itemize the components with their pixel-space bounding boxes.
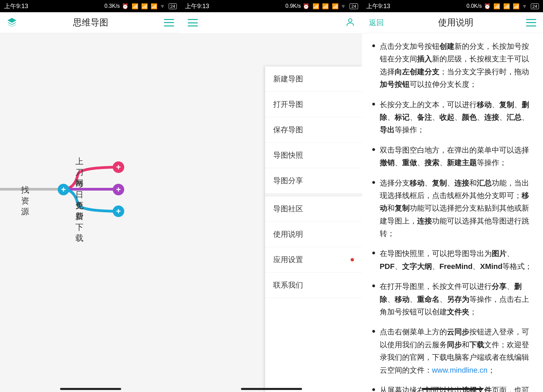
help-content[interactable]: 点击分支加号按钮创建新的分支，长按加号按钮在分支间插入新的层级，长按根支主干可以… bbox=[362, 33, 543, 392]
user-sync-icon[interactable] bbox=[345, 17, 355, 28]
menu-item-new[interactable]: 新建导图 bbox=[265, 66, 362, 92]
status-time: 上午9:13 bbox=[185, 2, 209, 10]
app-header: 思维导图 bbox=[0, 12, 181, 33]
add-branch-root[interactable] bbox=[58, 184, 69, 195]
menu-item-share[interactable]: 导图分享 bbox=[265, 168, 362, 194]
help-bullet: 在打开导图里，长按文件可以进行分享、删除、移动、重命名、另存为等操作，点击右上角… bbox=[371, 280, 534, 318]
battery-level: 24 bbox=[531, 3, 539, 9]
nav-indicator bbox=[241, 388, 302, 390]
help-bullet: 双击导图空白地方，在弹出的菜单中可以选择撤销、重做、搜索、新建主题等操作； bbox=[371, 144, 534, 169]
mindmap-canvas-partial[interactable]: 新 载 新建导图 打开导图 保存导图 导图快照 导图分享 导图社区 使用说明 应… bbox=[181, 33, 362, 392]
menu-icon[interactable] bbox=[164, 19, 174, 26]
phone-screen-2: 上午9:13 0.9K/s ⏰ 📶 📶 📶 ᯤ 24 新 载 新建导图 bbox=[181, 0, 362, 392]
phone-screen-3: 上午9:13 0.0K/s ⏰ 📶 📶 📶 ᯤ 24 返回 使用说明 点击分支加… bbox=[362, 0, 543, 392]
app-header bbox=[181, 12, 362, 33]
status-icons: ⏰ 📶 📶 📶 ᯤ bbox=[484, 3, 529, 9]
add-branch-button[interactable] bbox=[113, 205, 124, 217]
help-bullet: 长按分支上的文本，可以进行移动、复制、删除、标记、备注、收起、颜色、连接、汇总、… bbox=[371, 98, 534, 136]
layers-icon[interactable] bbox=[7, 17, 17, 28]
help-bullet: 在导图快照里，可以把导图导出为图片、PDF、文字大纲、FreeMind、XMin… bbox=[371, 247, 534, 273]
menu-item-save[interactable]: 保存导图 bbox=[265, 117, 362, 143]
menu-item-snapshot[interactable]: 导图快照 bbox=[265, 143, 362, 168]
page-title: 使用说明 bbox=[396, 17, 516, 28]
help-bullet: 点击右侧菜单上方的云同步按钮进入登录，可以使用我们的云服务同步和下载文件；欢迎登… bbox=[371, 326, 534, 376]
status-icons: ⏰ 📶 📶 📶 ᯤ bbox=[303, 3, 348, 9]
add-branch-button[interactable] bbox=[113, 184, 124, 195]
root-node[interactable]: 找资源 bbox=[21, 184, 29, 217]
net-speed: 0.0K/s bbox=[466, 3, 482, 9]
nav-indicator bbox=[422, 388, 483, 390]
battery-level: 24 bbox=[169, 3, 177, 9]
status-time: 上午9:13 bbox=[4, 2, 28, 10]
battery-level: 24 bbox=[350, 3, 358, 9]
phone-screen-1: 上午9:13 0.3K/s ⏰ 📶 📶 📶 ᯤ 24 思维导图 bbox=[0, 0, 181, 392]
menu-icon[interactable] bbox=[526, 19, 536, 26]
help-bullet: 选择分支移动、复制、连接和汇总功能，当出现选择线框后，点击线框外其他分支即可；移… bbox=[371, 177, 534, 240]
mindmap-canvas[interactable]: 找资源 上刀网 每日更新 免费下载 bbox=[0, 33, 181, 392]
branch-node[interactable]: 免费下载 bbox=[75, 200, 83, 243]
notification-dot bbox=[351, 258, 354, 261]
menu-item-community[interactable]: 导图社区 bbox=[265, 196, 362, 222]
app-header: 返回 使用说明 bbox=[362, 12, 543, 33]
help-bullet: 点击分支加号按钮创建新的分支，长按加号按钮在分支间插入新的层级，长按根支主干可以… bbox=[371, 40, 534, 91]
status-icons: ⏰ 📶 📶 📶 ᯤ bbox=[122, 3, 167, 9]
status-bar: 上午9:13 0.9K/s ⏰ 📶 📶 📶 ᯤ 24 bbox=[181, 0, 362, 12]
status-time: 上午9:13 bbox=[366, 2, 390, 10]
menu-item-help[interactable]: 使用说明 bbox=[265, 222, 362, 247]
net-speed: 0.3K/s bbox=[105, 3, 120, 9]
menu-item-contact[interactable]: 联系我们 bbox=[265, 273, 362, 298]
svg-marker-0 bbox=[8, 18, 16, 22]
menu-item-settings[interactable]: 应用设置 bbox=[265, 247, 362, 273]
side-menu: 新建导图 打开导图 保存导图 导图快照 导图分享 导图社区 使用说明 应用设置 … bbox=[265, 66, 362, 392]
nav-indicator bbox=[60, 388, 121, 390]
menu-divider bbox=[265, 194, 362, 196]
menu-icon[interactable] bbox=[188, 19, 198, 26]
add-branch-button[interactable] bbox=[113, 161, 124, 173]
back-button[interactable]: 返回 bbox=[369, 18, 384, 28]
menu-item-open[interactable]: 打开导图 bbox=[265, 92, 362, 117]
page-title: 思维导图 bbox=[27, 17, 154, 28]
net-speed: 0.9K/s bbox=[285, 3, 301, 9]
status-bar: 上午9:13 0.3K/s ⏰ 📶 📶 📶 ᯤ 24 bbox=[0, 0, 181, 12]
svg-point-2 bbox=[349, 19, 352, 22]
help-link[interactable]: www.mindline.cn bbox=[432, 366, 488, 374]
status-bar: 上午9:13 0.0K/s ⏰ 📶 📶 📶 ᯤ 24 bbox=[362, 0, 543, 12]
